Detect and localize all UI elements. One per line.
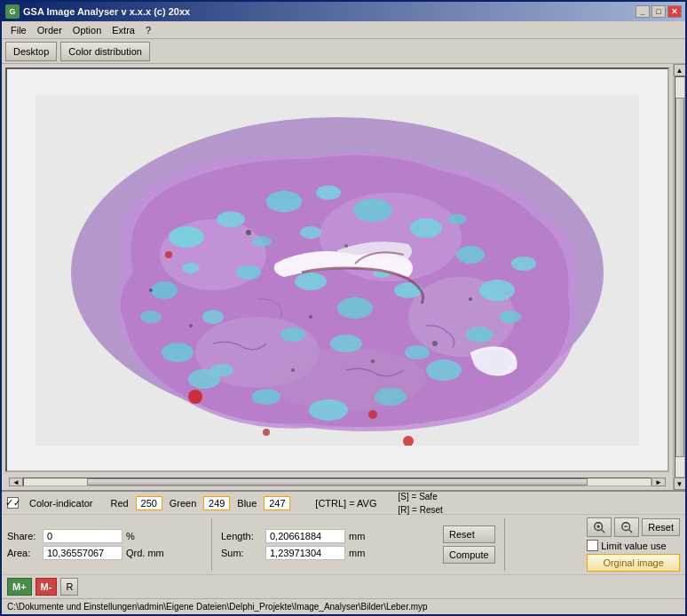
svg-point-46 (246, 230, 251, 235)
area-label: Area: (7, 548, 39, 558)
svg-point-15 (410, 218, 442, 238)
share-area-col: Share: 0 % Area: 10,36557067 Qrd. mm (7, 529, 202, 560)
scroll-right-btn[interactable]: ► (651, 478, 666, 486)
svg-point-24 (236, 265, 261, 280)
svg-point-20 (375, 388, 407, 406)
v-scrollbar: ▲ ▼ (673, 64, 685, 490)
zoom-reset-button[interactable]: Reset (642, 518, 680, 536)
share-value: 0 (43, 529, 122, 543)
image-wrapper: ◄ ► (2, 64, 673, 490)
status-path: C:\Dokumente und Einstellungen\admin\Eig… (7, 602, 428, 612)
svg-point-25 (295, 272, 327, 290)
scroll-left-btn[interactable]: ◄ (9, 478, 23, 486)
limit-label: Limit value use (601, 541, 666, 551)
svg-point-54 (291, 368, 295, 372)
title-bar: G GSA Image Analyser v x.x.x (c) 20xx _ … (2, 2, 685, 21)
v-scroll-thumb[interactable] (675, 98, 684, 457)
area-unit: Qrd. mm (126, 548, 164, 558)
close-button[interactable]: ✕ (667, 5, 682, 18)
bottom-panel: ✓ Color-indicator Red 250 Green 249 Blue… (2, 490, 685, 598)
limit-value-checkbox[interactable] (587, 540, 598, 551)
hint-safe: [S] = Safe (399, 490, 443, 503)
svg-point-44 (368, 410, 377, 419)
svg-point-30 (140, 311, 162, 323)
svg-point-36 (252, 236, 272, 247)
color-row: ✓ Color-indicator Red 250 Green 249 Blue… (2, 492, 685, 515)
m-plus-button[interactable]: M+ (7, 578, 32, 596)
length-label: Length: (221, 531, 262, 541)
v-scroll-track[interactable] (675, 76, 685, 478)
svg-point-28 (280, 328, 305, 342)
svg-point-31 (511, 257, 536, 271)
svg-line-57 (602, 530, 605, 533)
svg-point-34 (405, 345, 430, 359)
reset-compute-button[interactable]: Reset (443, 525, 495, 543)
share-line: Share: 0 % (7, 529, 202, 543)
color-distribution-button[interactable]: Color distribution (60, 42, 150, 61)
svg-point-52 (469, 297, 472, 301)
svg-point-29 (330, 335, 362, 352)
stats-row: Share: 0 % Area: 10,36557067 Qrd. mm (2, 515, 685, 575)
scroll-down-btn[interactable]: ▼ (674, 478, 686, 490)
app-icon: G (5, 4, 20, 19)
color-indicator-checkbox[interactable]: ✓ (7, 497, 19, 509)
zoom-out-button[interactable] (614, 517, 639, 537)
ctrl-avg-label: [CTRL] = AVG (315, 498, 376, 509)
blue-label: Blue (237, 498, 257, 509)
title-bar-left: G GSA Image Analyser v x.x.x (c) 20xx (5, 4, 190, 19)
svg-line-61 (629, 530, 633, 533)
svg-point-43 (165, 251, 172, 258)
svg-point-51 (149, 288, 153, 292)
green-value: 249 (203, 496, 230, 510)
length-line: Length: 0,20661884 mm (221, 529, 434, 543)
window-title: GSA Image Analyser v x.x.x (c) 20xx (23, 6, 190, 17)
svg-point-17 (479, 280, 515, 301)
share-unit: % (126, 531, 135, 541)
menu-extra[interactable]: Extra (107, 23, 140, 37)
svg-point-21 (309, 399, 348, 421)
original-image-button[interactable]: Orginal image (587, 554, 680, 572)
svg-point-14 (353, 199, 392, 222)
scroll-up-btn[interactable]: ▲ (674, 64, 686, 76)
svg-point-19 (426, 359, 462, 381)
image-container (5, 67, 669, 472)
sum-unit: mm (349, 548, 365, 558)
svg-point-27 (394, 282, 422, 298)
content-area: ◄ ► ▲ ▼ ✓ Color-indicator (2, 64, 685, 614)
svg-point-32 (500, 311, 521, 323)
maximize-button[interactable]: □ (651, 5, 666, 18)
status-bar: C:\Dokumente und Einstellungen\admin\Eig… (2, 598, 685, 614)
area-value: 10,36557067 (43, 546, 122, 560)
tissue-image (36, 95, 639, 446)
image-main-area: ◄ ► ▲ ▼ (2, 64, 685, 490)
svg-point-11 (217, 211, 245, 227)
m-minus-button[interactable]: M- (36, 578, 58, 596)
sum-label: Sum: (221, 548, 262, 558)
svg-point-38 (447, 214, 467, 225)
hint-box: [S] = Safe [R] = Reset (399, 490, 443, 517)
sum-line: Sum: 1,23971304 mm (221, 546, 434, 560)
length-sum-col: Length: 0,20661884 mm Sum: 1,23971304 mm (221, 529, 434, 560)
menu-option[interactable]: Option (67, 23, 107, 37)
svg-point-35 (300, 226, 321, 239)
compute-button[interactable]: Compute (443, 546, 495, 564)
r-button[interactable]: R (60, 578, 78, 596)
svg-point-7 (169, 226, 204, 248)
desktop-button[interactable]: Desktop (5, 42, 57, 61)
minimize-button[interactable]: _ (636, 5, 650, 18)
svg-point-8 (151, 281, 178, 299)
h-scroll-track[interactable] (23, 478, 651, 486)
menu-help[interactable]: ? (140, 23, 156, 37)
svg-point-12 (266, 191, 302, 212)
menu-order[interactable]: Order (32, 23, 67, 37)
svg-point-16 (456, 246, 485, 264)
svg-point-22 (252, 389, 280, 405)
zoom-row: Reset (587, 517, 680, 537)
menu-file[interactable]: File (5, 23, 32, 37)
zoom-in-button[interactable] (587, 517, 612, 537)
h-scroll-thumb[interactable] (87, 478, 588, 486)
svg-point-49 (189, 324, 193, 328)
svg-point-37 (210, 364, 233, 376)
red-value: 250 (136, 496, 162, 510)
divider-1 (211, 518, 212, 571)
